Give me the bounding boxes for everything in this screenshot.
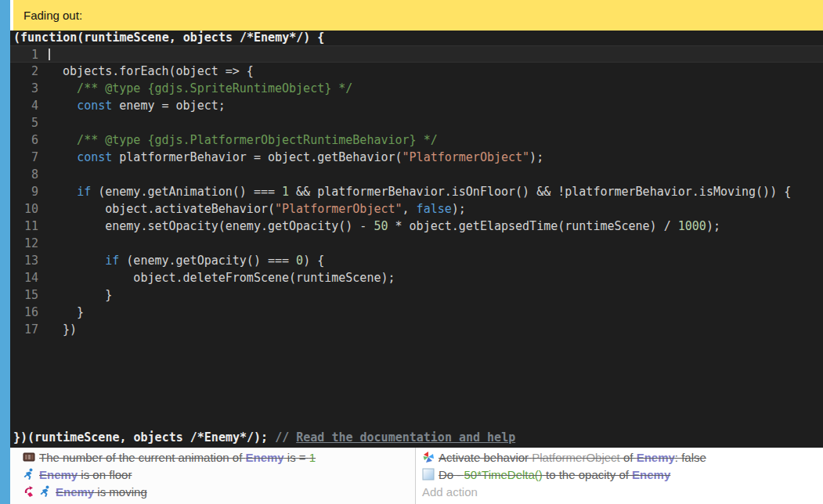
code-content: object.deleteFromScene(runtimeScene); <box>49 269 395 286</box>
line-number: 12 <box>10 235 38 252</box>
code-content: } <box>49 304 84 321</box>
event-sentence: The number of the current animation of E… <box>39 451 316 464</box>
code-line-12[interactable]: 12 <box>10 235 823 252</box>
code-line-2[interactable]: 2 objects.forEach(object => { <box>10 63 823 80</box>
code-lines: 12 objects.forEach(object => {3 /** @typ… <box>10 45 823 338</box>
code-content: const enemy = object; <box>49 97 226 114</box>
code-content <box>49 46 50 62</box>
code-line-11[interactable]: 11 enemy.setOpacity(enemy.getOpacity() -… <box>10 218 823 235</box>
documentation-link[interactable]: Read the documentation and help <box>296 430 515 445</box>
line-number: 13 <box>10 252 38 269</box>
line-number: 8 <box>10 166 38 183</box>
event-sheet: Fading out: (function(runtimeScene, obje… <box>0 0 823 504</box>
action-change-opacity[interactable]: Do - 50*TimeDelta() to the opacity of En… <box>422 466 823 483</box>
event-sentence: Enemy is moving <box>56 485 147 499</box>
line-number: 11 <box>10 218 38 235</box>
code-line-8[interactable]: 8 <box>10 166 823 183</box>
code-content: } <box>49 286 112 304</box>
event-sentence: Activate behavior PlatformerObject of En… <box>439 451 706 464</box>
code-wrapper-header: (function(runtimeScene, objects /*Enemy*… <box>10 31 823 45</box>
code-content: object.activateBehavior("PlatformerObjec… <box>49 200 466 218</box>
code-content: if (enemy.getAnimation() === 1 && platfo… <box>49 183 791 200</box>
opacity-icon <box>422 468 435 481</box>
comment-event-banner[interactable]: Fading out: <box>13 0 823 31</box>
line-number: 4 <box>10 97 38 114</box>
code-line-6[interactable]: 6 /** @type {gdjs.PlatformerObjectRuntim… <box>10 131 823 149</box>
line-number: 2 <box>10 63 38 80</box>
code-line-7[interactable]: 7 const platformerBehavior = object.getB… <box>10 149 823 166</box>
conditions-column[interactable]: The number of the current animation of E… <box>10 448 416 504</box>
code-line-14[interactable]: 14 object.deleteFromScene(runtimeScene); <box>10 269 823 286</box>
line-number: 10 <box>10 200 38 218</box>
condition-is-moving[interactable]: Enemy is moving <box>23 483 415 500</box>
line-number: 3 <box>10 80 38 97</box>
code-content: const platformerBehavior = object.getBeh… <box>49 149 543 166</box>
move-icon <box>23 485 35 498</box>
code-line-9[interactable]: 9 if (enemy.getAnimation() === 1 && plat… <box>10 183 823 200</box>
code-content: if (enemy.getOpacity() === 0) { <box>49 252 324 269</box>
footer-comment-slashes: // <box>275 430 296 445</box>
run-icon <box>39 485 52 498</box>
code-line-16[interactable]: 16 } <box>10 304 823 321</box>
text-cursor <box>49 49 50 60</box>
add-action-label: Add action <box>422 485 478 499</box>
code-line-5[interactable]: 5 <box>10 114 823 131</box>
line-number: 15 <box>10 286 38 304</box>
code-line-17[interactable]: 17 }) <box>10 321 823 338</box>
event-selection-bar <box>0 0 10 504</box>
line-number: 9 <box>10 183 38 200</box>
line-number: 16 <box>10 304 38 321</box>
code-line-10[interactable]: 10 object.activateBehavior("PlatformerOb… <box>10 200 823 218</box>
condition-is-on-floor[interactable]: Enemy is on floor <box>23 466 415 483</box>
line-number: 5 <box>10 114 38 131</box>
code-content: enemy.setOpacity(enemy.getOpacity() - 50… <box>49 218 720 235</box>
code-line-1[interactable]: 1 <box>10 45 823 63</box>
actions-column[interactable]: Activate behavior PlatformerObject of En… <box>416 448 823 504</box>
code-content: /** @type {gdjs.SpriteRuntimeObject} */ <box>49 80 352 97</box>
animation-icon <box>23 451 35 463</box>
code-line-15[interactable]: 15 } <box>10 286 823 304</box>
line-number: 17 <box>10 321 38 338</box>
code-line-4[interactable]: 4 const enemy = object; <box>10 97 823 114</box>
line-number: 7 <box>10 149 38 166</box>
comment-text: Fading out: <box>23 9 82 22</box>
code-content: /** @type {gdjs.PlatformerObjectRuntimeB… <box>49 131 438 149</box>
disabled-event-row: The number of the current animation of E… <box>10 448 823 504</box>
code-content: }) <box>49 321 77 338</box>
add-action-row[interactable]: Add action <box>422 483 823 500</box>
code-wrapper-footer: })(runtimeScene, objects /*Enemy*/); // … <box>10 430 515 445</box>
line-number: 14 <box>10 269 38 286</box>
event-sentence: Do - 50*TimeDelta() to the opacity of En… <box>439 468 670 481</box>
line-number: 1 <box>10 46 38 62</box>
code-line-13[interactable]: 13 if (enemy.getOpacity() === 0) { <box>10 252 823 269</box>
behavior-icon <box>422 451 435 463</box>
condition-current-animation[interactable]: The number of the current animation of E… <box>23 448 415 466</box>
action-activate-behavior[interactable]: Activate behavior PlatformerObject of En… <box>422 448 823 466</box>
event-sentence: Enemy is on floor <box>39 468 132 481</box>
line-number: 6 <box>10 131 38 149</box>
js-code-editor[interactable]: (function(runtimeScene, objects /*Enemy*… <box>10 31 823 448</box>
code-line-3[interactable]: 3 /** @type {gdjs.SpriteRuntimeObject} *… <box>10 80 823 97</box>
run-icon <box>23 468 35 481</box>
code-content: objects.forEach(object => { <box>49 63 254 80</box>
footer-code-text: })(runtimeScene, objects /*Enemy*/); <box>13 430 275 445</box>
